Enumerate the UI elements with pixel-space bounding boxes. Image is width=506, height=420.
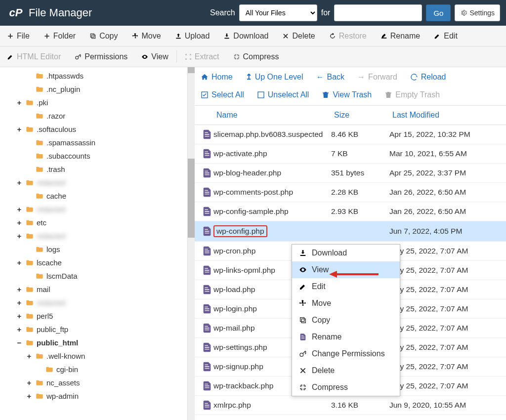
tree-item[interactable]: .nc_plugin	[6, 83, 187, 96]
tree-item[interactable]: .trash	[6, 163, 187, 176]
expand-icon[interactable]: +	[16, 205, 23, 213]
permissions-button[interactable]: Permissions	[68, 46, 134, 67]
file-size: 7 KB	[331, 149, 389, 158]
nav-back[interactable]: ←Back	[316, 73, 345, 82]
context-change-permissions[interactable]: Change Permissions	[292, 345, 400, 362]
file-row[interactable]: wp-config-sample.php2.93 KBJan 26, 2022,…	[195, 202, 506, 221]
tree-scrollbar[interactable]	[188, 67, 195, 420]
tree-item[interactable]: +public_ftp	[6, 323, 187, 336]
view-button[interactable]: View	[134, 46, 175, 67]
copy-button[interactable]: Copy	[83, 26, 125, 46]
file-name: slicemap.php.bv6083.suspected	[213, 130, 323, 138]
expand-icon[interactable]: +	[26, 378, 33, 387]
nav-select-all[interactable]: Select All	[201, 90, 244, 99]
rename-button[interactable]: Rename	[374, 26, 427, 46]
tree-item[interactable]: cache	[6, 189, 187, 203]
nav-reload[interactable]: Reload	[410, 73, 446, 82]
context-edit[interactable]: Edit	[292, 278, 400, 295]
nav-up[interactable]: ↥Up One Level	[246, 72, 303, 82]
tree-item[interactable]: +mail	[6, 283, 187, 296]
edit-button[interactable]: Edit	[427, 26, 464, 46]
upload-button[interactable]: Upload	[168, 26, 217, 46]
move-button[interactable]: Move	[125, 26, 168, 46]
expand-icon[interactable]: +	[16, 258, 23, 267]
tree-item-label: redacted	[37, 205, 65, 213]
table-header: Name Size Last Modified	[195, 105, 506, 125]
tree-item[interactable]: .spamassassin	[6, 136, 187, 149]
compress-button[interactable]: Compress	[226, 46, 286, 67]
expand-icon[interactable]: +	[16, 325, 23, 334]
expand-icon[interactable]: +	[16, 312, 23, 320]
up-arrow-icon: ↥	[246, 72, 252, 82]
file-name: wp-activate.php	[213, 149, 267, 158]
column-name[interactable]: Name	[216, 111, 334, 120]
tree-item[interactable]: +redacted	[6, 176, 187, 189]
tree-item[interactable]: +wp-admin	[6, 389, 187, 403]
file-row[interactable]: xmlrpc.php3.16 KBJun 9, 2020, 10:55 AM	[195, 396, 506, 415]
file-name: wp-cron.php	[213, 247, 255, 255]
tree-item[interactable]: −public_html	[6, 336, 187, 349]
tree-item-label: lscache	[37, 258, 62, 267]
new-file-button[interactable]: File	[0, 26, 37, 46]
file-row[interactable]: wp-config.phpJun 7, 2022, 4:05 PM	[195, 221, 506, 242]
expand-icon[interactable]: +	[16, 125, 23, 133]
expand-icon[interactable]: +	[16, 178, 23, 187]
tree-item[interactable]: logs	[6, 243, 187, 256]
search-scope-select[interactable]: All Your Files	[239, 4, 317, 21]
download-button[interactable]: Download	[216, 26, 275, 46]
nav-view-trash[interactable]: View Trash	[322, 90, 372, 99]
file-row[interactable]: wp-blog-header.php351 bytesApr 25, 2022,…	[195, 164, 506, 183]
checkbox-checked-icon	[201, 91, 209, 99]
expand-icon[interactable]: +	[26, 392, 33, 400]
context-rename[interactable]: Rename	[292, 329, 400, 345]
tree-item-label: .razor	[46, 112, 65, 120]
expand-icon[interactable]: +	[16, 298, 23, 307]
context-delete[interactable]: Delete	[292, 362, 400, 379]
file-row[interactable]: wp-activate.php7 KBMar 10, 2021, 6:55 AM	[195, 144, 506, 164]
tree-item[interactable]: .subaccounts	[6, 149, 187, 163]
column-size[interactable]: Size	[334, 111, 392, 120]
tree-item-label: lscmData	[46, 272, 78, 280]
tree-item[interactable]: +lscache	[6, 256, 187, 269]
tree-item[interactable]: +.softaculous	[6, 123, 187, 136]
new-folder-button[interactable]: Folder	[37, 26, 83, 46]
move-icon	[299, 299, 307, 307]
nav-home[interactable]: Home	[201, 73, 233, 82]
nav-unselect-all[interactable]: Unselect All	[257, 90, 309, 99]
expand-icon[interactable]: +	[16, 285, 23, 294]
settings-button[interactable]: Settings	[455, 4, 500, 21]
file-row[interactable]: wp-comments-post.php2.28 KBJan 26, 2022,…	[195, 183, 506, 202]
tree-item[interactable]: .razor	[6, 109, 187, 123]
tree-item[interactable]: +redacted	[6, 203, 187, 216]
expand-icon[interactable]: +	[26, 352, 33, 360]
expand-icon[interactable]: +	[16, 98, 23, 107]
tree-item[interactable]: lscmData	[6, 269, 187, 283]
tree-item[interactable]: +etc	[6, 216, 187, 229]
pencil-icon	[434, 33, 441, 40]
tree-item[interactable]: cgi-bin	[6, 363, 187, 376]
context-download[interactable]: Download	[292, 245, 400, 261]
delete-button[interactable]: Delete	[275, 26, 322, 46]
expand-icon[interactable]: +	[16, 218, 23, 227]
tree-item[interactable]: +nc_assets	[6, 376, 187, 389]
html-editor-button: HTML Editor	[0, 46, 68, 67]
tree-item[interactable]: +.pki	[6, 96, 187, 109]
search-input[interactable]	[334, 4, 422, 21]
tree-item[interactable]: +redacted	[6, 296, 187, 309]
for-label: for	[321, 8, 331, 17]
tree-item[interactable]: +perl5	[6, 309, 187, 323]
tree-item[interactable]: +redacted	[6, 229, 187, 243]
tree-item[interactable]: .htpasswds	[6, 69, 187, 83]
go-button[interactable]: Go	[426, 4, 451, 21]
expand-icon[interactable]: −	[16, 338, 23, 347]
tree-item[interactable]: +.well-known	[6, 349, 187, 363]
expand-icon[interactable]: +	[16, 232, 23, 240]
file-row[interactable]: slicemap.php.bv6083.suspected8.46 KBApr …	[195, 125, 506, 144]
context-move[interactable]: Move	[292, 295, 400, 312]
folder-tree[interactable]: .htpasswds.nc_plugin+.pki.razor+.softacu…	[0, 67, 188, 420]
context-copy[interactable]: Copy	[292, 312, 400, 329]
column-modified[interactable]: Last Modified	[392, 111, 500, 120]
settings-label: Settings	[469, 9, 495, 17]
context-compress[interactable]: Compress	[292, 379, 400, 396]
back-arrow-icon: ←	[316, 73, 324, 82]
